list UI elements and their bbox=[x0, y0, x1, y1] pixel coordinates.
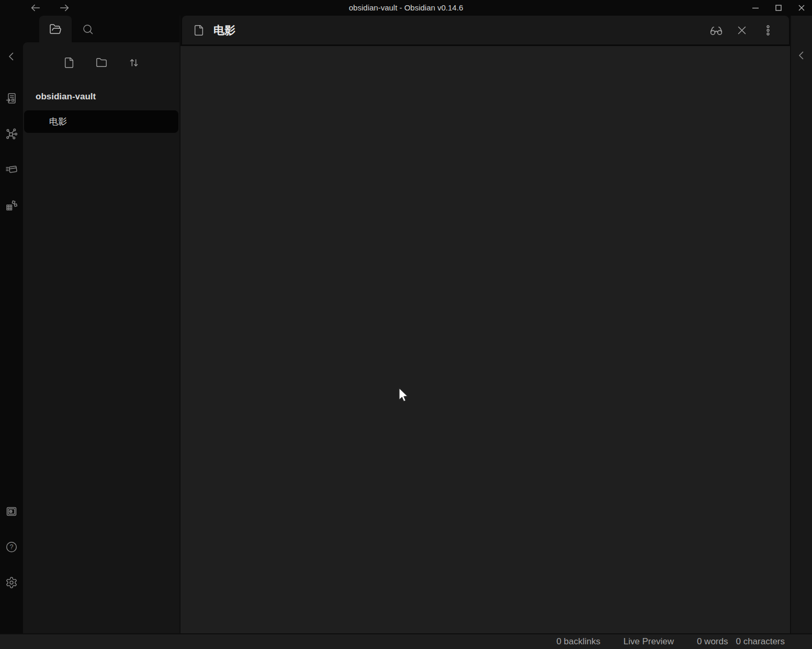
graph-view-icon bbox=[5, 128, 18, 140]
vault-name: obsidian-vault bbox=[23, 92, 179, 102]
left-ribbon: ? bbox=[0, 16, 23, 633]
file-title: 电影 bbox=[49, 116, 67, 128]
new-note-button[interactable] bbox=[63, 57, 75, 69]
editor-mode-toggle[interactable]: Live Preview bbox=[624, 636, 674, 647]
expand-right-sidebar-button[interactable] bbox=[795, 49, 808, 62]
help-button[interactable]: ? bbox=[5, 541, 18, 553]
sort-order-button[interactable] bbox=[128, 57, 140, 69]
editor-area[interactable] bbox=[181, 46, 790, 633]
maximize-icon bbox=[774, 4, 783, 12]
tab-file-explorer[interactable] bbox=[39, 16, 72, 42]
tab-search[interactable] bbox=[72, 16, 104, 42]
file-explorer-pane: obsidian-vault 电影 bbox=[23, 42, 179, 633]
svg-text:?: ? bbox=[10, 543, 14, 551]
settings-button[interactable] bbox=[5, 576, 18, 589]
help-icon: ? bbox=[5, 541, 18, 553]
graph-view-button[interactable] bbox=[5, 128, 18, 140]
right-sidebar-collapsed bbox=[790, 16, 812, 633]
more-options-icon bbox=[762, 24, 774, 37]
quick-switcher-button[interactable] bbox=[5, 92, 18, 105]
chevron-left-icon bbox=[795, 49, 808, 62]
left-sidebar: obsidian-vault 电影 bbox=[23, 16, 181, 633]
sidebar-tab-bar bbox=[23, 16, 179, 42]
minimize-icon bbox=[751, 4, 760, 12]
close-window-button[interactable] bbox=[795, 2, 808, 14]
new-note-icon bbox=[63, 57, 75, 69]
more-options-button[interactable] bbox=[762, 24, 774, 37]
vault-switcher-icon bbox=[5, 505, 18, 518]
character-count: 0 characters bbox=[736, 636, 785, 647]
random-note-icon bbox=[5, 199, 18, 211]
ribbon-top-actions bbox=[5, 92, 18, 211]
reading-view-icon bbox=[709, 24, 723, 38]
chevron-left-icon bbox=[5, 50, 18, 63]
collapse-left-sidebar-button[interactable] bbox=[5, 50, 18, 63]
minimize-button[interactable] bbox=[749, 2, 762, 14]
window-title: obsidian-vault - Obsidian v0.14.6 bbox=[0, 0, 812, 16]
close-tab-button[interactable] bbox=[736, 24, 748, 37]
close-icon bbox=[736, 24, 748, 37]
sort-order-icon bbox=[128, 57, 140, 69]
search-icon bbox=[82, 23, 94, 36]
new-folder-button[interactable] bbox=[96, 57, 107, 69]
maximize-button[interactable] bbox=[772, 2, 785, 14]
random-note-button[interactable] bbox=[5, 199, 18, 211]
document-icon bbox=[193, 25, 205, 36]
window-controls bbox=[749, 0, 808, 16]
reading-view-button[interactable] bbox=[709, 24, 722, 37]
main-pane: 电影 bbox=[181, 16, 790, 633]
view-header: 电影 bbox=[182, 16, 789, 44]
quick-switcher-icon bbox=[5, 92, 18, 105]
titlebar[interactable]: obsidian-vault - Obsidian v0.14.6 bbox=[0, 0, 812, 16]
close-icon bbox=[797, 4, 806, 12]
new-zettelkasten-note-button[interactable] bbox=[5, 163, 18, 176]
backlinks-count[interactable]: 0 backlinks bbox=[556, 636, 600, 647]
view-header-actions bbox=[709, 24, 774, 37]
file-tree-item-selected[interactable]: 电影 bbox=[24, 110, 178, 133]
status-bar: 0 backlinks Live Preview 0 words 0 chara… bbox=[0, 633, 812, 649]
new-folder-icon bbox=[96, 57, 107, 69]
ribbon-bottom-actions: ? bbox=[5, 505, 18, 589]
settings-icon bbox=[5, 576, 18, 589]
word-count: 0 words bbox=[697, 636, 728, 647]
folder-open-icon bbox=[49, 23, 62, 36]
vault-switcher-button[interactable] bbox=[5, 505, 18, 518]
file-explorer-actions bbox=[23, 42, 179, 69]
new-zettelkasten-note-icon bbox=[5, 163, 18, 176]
note-title: 电影 bbox=[213, 23, 235, 38]
